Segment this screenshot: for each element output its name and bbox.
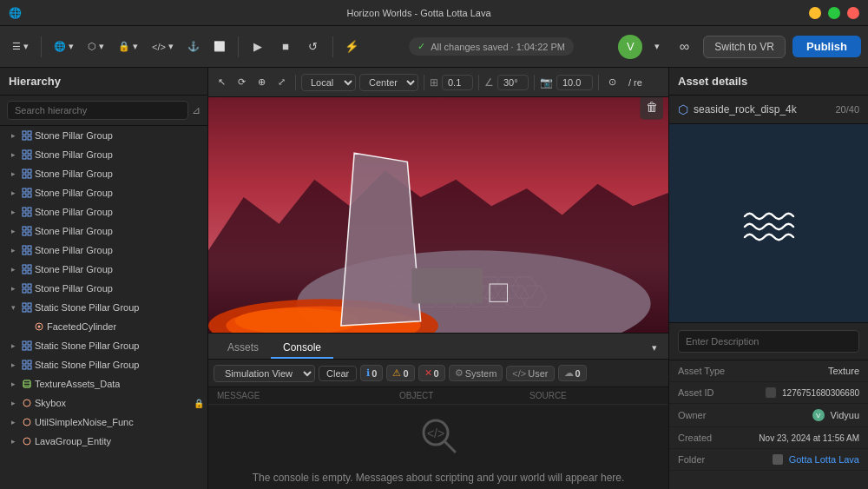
local-center-select[interactable]: LocalWorld <box>301 74 356 91</box>
script-button[interactable]: ⚡ <box>340 35 365 59</box>
hierarchy-item-11[interactable]: FacetedCylinder <box>0 317 207 336</box>
cloud-filter-badge[interactable]: ☁ 0 <box>558 365 587 381</box>
user-avatar[interactable]: V <box>618 35 642 59</box>
asset-id-label: Asset ID <box>678 387 714 398</box>
world-button[interactable]: 🌐▾ <box>49 37 79 56</box>
hierarchy-item-15[interactable]: ▸Skybox🔒 <box>0 393 207 413</box>
asset-description-section <box>669 323 868 360</box>
svg-rect-22 <box>23 232 26 235</box>
expand-tool-button[interactable]: ⤢ <box>273 75 290 89</box>
angle-icon: ∠ <box>484 76 494 89</box>
info-filter-badge[interactable]: ℹ 0 <box>360 365 383 381</box>
group-icon <box>21 225 33 237</box>
menu-button[interactable]: ☰ ▾ <box>7 37 34 56</box>
hierarchy-item-14[interactable]: ▸TextureAssets_Data <box>0 374 207 393</box>
angle-value-input[interactable] <box>497 75 529 90</box>
svg-rect-6 <box>23 155 26 159</box>
hierarchy-item-label: Stone Pillar Group <box>35 264 113 274</box>
camera-value-input[interactable] <box>556 75 593 90</box>
func-icon <box>21 416 33 428</box>
tab-assets[interactable]: Assets <box>215 338 271 359</box>
info-icon: ℹ <box>366 367 370 379</box>
minimize-button[interactable]: — <box>809 7 821 19</box>
hierarchy-item-13[interactable]: ▸Static Stone Pillar Group <box>0 355 207 374</box>
lock-icon: 🔒 <box>194 399 204 408</box>
error-icon: ✕ <box>424 367 432 379</box>
hierarchy-item-16[interactable]: ▸UtilSimplexNoise_Func <box>0 413 207 432</box>
hierarchy-item-6[interactable]: ▸Stone Pillar Group <box>0 221 207 241</box>
hierarchy-item-3[interactable]: ▸Stone Pillar Group <box>0 164 207 183</box>
panel-collapse-button[interactable]: ▾ <box>648 340 661 355</box>
hierarchy-item-label: TextureAssets_Data <box>35 379 120 389</box>
select-tool-button[interactable]: ↖ <box>214 75 230 89</box>
play-button[interactable]: ▶ <box>246 35 270 59</box>
hierarchy-panel: Hierarchy ⊿ ▸Stone Pillar Group▸Stone Pi… <box>0 68 208 489</box>
lock-button[interactable]: 🔒▾ <box>113 37 143 56</box>
build-button[interactable]: ⬡▾ <box>82 37 109 56</box>
hierarchy-item-1[interactable]: ▸Stone Pillar Group <box>0 126 207 145</box>
warning-filter-badge[interactable]: ⚠ 0 <box>386 365 414 381</box>
hierarchy-item-5[interactable]: ▸Stone Pillar Group <box>0 202 207 221</box>
undo-button[interactable]: ↺ <box>301 35 326 59</box>
meta-button[interactable]: ∞ <box>672 35 696 59</box>
more-options-button[interactable]: ⊙ <box>604 75 621 89</box>
toolbar-separator-2 <box>238 36 239 57</box>
hierarchy-item-2[interactable]: ▸Stone Pillar Group <box>0 145 207 164</box>
transform-tool-button[interactable]: ⊕ <box>253 75 270 89</box>
vt-separator-1 <box>295 75 296 90</box>
asset-name: seaside_rock_disp_4k <box>694 103 830 116</box>
maximize-button[interactable]: □ <box>828 7 840 19</box>
hierarchy-item-17[interactable]: ▸LavaGroup_Entity <box>0 432 207 451</box>
filter-icon[interactable]: ⊿ <box>192 104 201 116</box>
stop-button[interactable]: ■ <box>273 35 298 59</box>
snap-value-input[interactable] <box>442 75 473 90</box>
avatar-dropdown-button[interactable]: ▾ <box>649 37 665 56</box>
folder-value[interactable]: Gotta Lotta Lava <box>773 454 859 465</box>
hierarchy-item-7[interactable]: ▸Stone Pillar Group <box>0 241 207 260</box>
display-mode-button[interactable]: / re <box>624 76 647 89</box>
snap-icon: ⊞ <box>430 76 438 89</box>
rotate-tool-button[interactable]: ⟳ <box>233 75 250 89</box>
system-icon: ⚙ <box>455 367 464 379</box>
group-icon <box>21 282 33 294</box>
viewport-canvas[interactable]: 🗑 <box>208 97 668 333</box>
close-button[interactable]: × <box>847 7 859 19</box>
svg-rect-36 <box>23 303 26 307</box>
window-title: Horizon Worlds - Gotta Lotta Lava <box>29 8 809 18</box>
source-column-header: SOURCE <box>529 391 660 400</box>
info-count: 0 <box>372 368 377 379</box>
folder-link[interactable]: Gotta Lotta Lava <box>789 454 859 465</box>
asset-type-icon: ⬡ <box>678 102 688 116</box>
svg-rect-50 <box>23 380 30 387</box>
hierarchy-item-4[interactable]: ▸Stone Pillar Group <box>0 183 207 202</box>
clear-button[interactable]: Clear <box>319 366 357 381</box>
publish-button[interactable]: Publish <box>792 36 861 57</box>
svg-rect-21 <box>28 227 31 230</box>
asset-description-input[interactable] <box>678 330 859 353</box>
svg-rect-28 <box>23 265 26 268</box>
svg-rect-27 <box>28 251 31 254</box>
system-filter-badge[interactable]: ⚙ System <box>449 365 503 381</box>
code-button[interactable]: </>▾ <box>147 37 179 56</box>
hierarchy-item-12[interactable]: ▸Static Stone Pillar Group <box>0 336 207 355</box>
svg-rect-29 <box>28 265 31 268</box>
error-filter-badge[interactable]: ✕ 0 <box>418 365 445 381</box>
expand-arrow: ▸ <box>7 437 19 446</box>
owner-avatar: V <box>812 409 825 421</box>
group-icon <box>21 206 33 218</box>
tab-console[interactable]: Console <box>271 338 333 359</box>
hierarchy-item-10[interactable]: ▾Static Stone Pillar Group <box>0 298 207 317</box>
message-column-header: MESSAGE <box>217 391 399 400</box>
camera-icon: 📷 <box>540 76 553 89</box>
created-value: Nov 23, 2024 at 11:56 AM <box>759 433 859 443</box>
simulation-view-select[interactable]: Simulation View <box>214 365 315 382</box>
hierarchy-item-9[interactable]: ▸Stone Pillar Group <box>0 279 207 298</box>
frame-button[interactable]: ⬜ <box>208 37 231 56</box>
anchor-button[interactable]: ⚓ <box>182 37 205 56</box>
switch-vr-button[interactable]: Switch to VR <box>703 36 786 58</box>
user-filter-badge[interactable]: </> User <box>506 366 554 381</box>
hierarchy-search-input[interactable] <box>7 101 188 120</box>
pivot-select[interactable]: CenterPivot <box>359 74 418 91</box>
expand-icon: ⤢ <box>278 76 286 88</box>
hierarchy-item-8[interactable]: ▸Stone Pillar Group <box>0 260 207 279</box>
